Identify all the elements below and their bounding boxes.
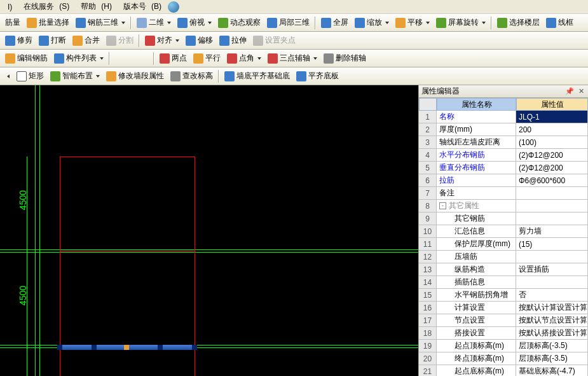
btn-2d[interactable]: 二维 <box>134 16 174 29</box>
property-row[interactable]: 16计算设置按默认计算设置计算 <box>419 302 588 314</box>
btn-offset[interactable]: 偏移 <box>183 34 215 47</box>
row-value[interactable] <box>516 200 588 212</box>
row-value[interactable]: JLQ-1 <box>516 111 588 123</box>
property-row[interactable]: 15水平钢筋拐角增否 <box>419 289 588 302</box>
row-value[interactable]: 按默认节点设置计算 <box>516 314 588 327</box>
property-row[interactable]: 18搭接设置按默认搭接设置计算 <box>419 327 588 340</box>
property-row[interactable]: 12压墙筋 <box>419 251 588 263</box>
property-row[interactable]: 17节点设置按默认节点设置计算 <box>419 314 588 327</box>
drawing-canvas[interactable]: 4500 4500 <box>0 85 418 376</box>
btn-zoom[interactable]: 缩放 <box>352 16 392 29</box>
btn-point-angle[interactable]: 点角 <box>224 52 264 65</box>
row-value[interactable]: (2)Φ12@200 <box>516 162 588 174</box>
property-row[interactable]: 9其它钢筋 <box>419 212 588 225</box>
property-row[interactable]: 11保护层厚度(mm)(15) <box>419 238 588 251</box>
property-row[interactable]: 8-其它属性 <box>419 200 588 212</box>
row-value[interactable]: (100) <box>516 136 588 149</box>
btn-screen-rotate[interactable]: 屏幕旋转 <box>434 16 488 29</box>
batch-icon <box>27 18 37 28</box>
property-row[interactable]: 5垂直分布钢筋(2)Φ12@200 <box>419 162 588 174</box>
row-value[interactable]: 设置插筋 <box>516 263 588 276</box>
btn-flush-bottom[interactable]: 平齐底板 <box>294 69 341 83</box>
btn-break[interactable]: 打断 <box>36 34 69 47</box>
row-value[interactable]: 按默认搭接设置计算 <box>516 327 588 340</box>
property-row[interactable]: 13纵筋构造设置插筋 <box>419 263 588 276</box>
btn-fushi[interactable]: 俯视 <box>175 16 214 29</box>
row-value[interactable]: 200 <box>516 123 588 136</box>
row-value[interactable]: 层顶标高(-3.5) <box>516 340 588 352</box>
row-index: 21 <box>419 365 437 376</box>
grip-start[interactable] <box>57 345 62 350</box>
row-value[interactable]: 基础底标高(-4.7) <box>516 365 588 376</box>
btn-dynamic[interactable]: 动态观察 <box>215 16 263 29</box>
btn-stretch[interactable]: 拉伸 <box>217 34 249 47</box>
btn-modify-wall[interactable]: 修改墙段属性 <box>104 69 167 83</box>
property-row[interactable]: 4水平分布钢筋(2)Φ12@200 <box>419 149 588 162</box>
property-row[interactable]: 19起点顶标高(m)层顶标高(-3.5) <box>419 340 588 352</box>
row-value[interactable]: 按默认计算设置计算 <box>516 302 588 314</box>
property-row[interactable]: 2厚度(mm)200 <box>419 123 588 136</box>
row-index: 7 <box>419 187 437 200</box>
btn-delete-axis[interactable]: 删除辅轴 <box>321 52 369 65</box>
row-value[interactable]: 否 <box>516 289 588 302</box>
row-value[interactable] <box>516 251 588 263</box>
btn-align[interactable]: 对齐 <box>142 34 182 47</box>
grip-q3[interactable] <box>158 345 163 350</box>
property-row[interactable]: 14插筋信息 <box>419 276 588 289</box>
btn-smart-layout[interactable]: 智能布置 <box>48 69 102 83</box>
btn-pan[interactable]: 平移 <box>393 16 432 29</box>
btn-wireframe[interactable]: 线框 <box>544 16 576 29</box>
row-value[interactable] <box>516 212 588 225</box>
btn-two-point[interactable]: 两点 <box>157 52 189 65</box>
btn-jinliang[interactable]: 筋量 <box>3 16 23 29</box>
property-row[interactable]: 1名称JLQ-1 <box>419 111 588 123</box>
btn-merge[interactable]: 合并 <box>70 34 102 47</box>
row-name: 水平分布钢筋 <box>437 149 516 162</box>
separator <box>315 17 316 29</box>
panel-close-icon[interactable]: ✕ <box>577 87 585 96</box>
zoom-icon <box>355 18 365 28</box>
property-row[interactable]: 6拉筋Φ6@600*600 <box>419 174 588 187</box>
row-name: 纵筋构造 <box>437 263 516 276</box>
row-value[interactable]: Φ6@600*600 <box>516 174 588 187</box>
row-value[interactable]: 剪力墙 <box>516 225 588 238</box>
row-value[interactable] <box>516 276 588 289</box>
smart-icon <box>50 71 60 81</box>
grip-q1[interactable] <box>92 345 97 350</box>
menu-bar: I) 在线服务(S) 帮助(H) 版本号(B) <box>0 0 588 14</box>
row-value[interactable]: (2)Φ12@200 <box>516 149 588 162</box>
btn-component-list[interactable]: 构件列表 <box>51 52 106 65</box>
btn-rebar-3d[interactable]: 钢筋三维 <box>73 16 128 29</box>
btn-batch-select[interactable]: 批量选择 <box>24 16 72 29</box>
btn-trim[interactable]: 修剪 <box>3 34 35 47</box>
property-row[interactable]: 10汇总信息剪力墙 <box>419 225 588 238</box>
row-value[interactable]: (15) <box>516 238 588 251</box>
menu-i[interactable]: I) <box>3 1 17 13</box>
btn-three-point[interactable]: 三点辅轴 <box>265 52 320 65</box>
btn-edit-rebar[interactable]: 编辑钢筋 <box>3 52 50 65</box>
globe-icon[interactable] <box>168 1 179 13</box>
property-row[interactable]: 21起点底标高(m)基础底标高(-4.7) <box>419 365 588 376</box>
grip-mid[interactable] <box>124 345 129 350</box>
menu-version[interactable]: 版本号(B) <box>118 0 167 13</box>
btn-local3d[interactable]: 局部三维 <box>264 16 312 29</box>
btn-check-elev[interactable]: 查改标高 <box>168 69 215 83</box>
menu-help[interactable]: 帮助(H) <box>76 0 117 13</box>
expand-icon[interactable]: - <box>439 202 446 209</box>
btn-rect[interactable]: 矩形 <box>14 69 46 83</box>
row-index: 13 <box>419 263 437 276</box>
property-row[interactable]: 20终点顶标高(m)层顶标高(-3.5) <box>419 352 588 365</box>
btn-wall-bottom-base[interactable]: 墙底平齐基础底 <box>222 69 292 83</box>
btn-select-floor[interactable]: 选择楼层 <box>495 16 542 29</box>
btn-parallel[interactable]: 平行 <box>191 52 223 65</box>
row-value[interactable]: 层顶标高(-3.5) <box>516 352 588 365</box>
panel-pin-icon[interactable]: 📌 <box>565 87 574 96</box>
property-row[interactable]: 3轴线距左墙皮距离(100) <box>419 136 588 149</box>
btn-prev[interactable] <box>3 74 13 79</box>
fullscreen-icon <box>321 18 331 28</box>
btn-fullscreen[interactable]: 全屏 <box>318 16 351 29</box>
property-row[interactable]: 7备注 <box>419 187 588 200</box>
row-value[interactable] <box>516 187 588 200</box>
menu-online-service[interactable]: 在线服务(S) <box>18 0 74 13</box>
grip-end[interactable] <box>192 345 197 350</box>
